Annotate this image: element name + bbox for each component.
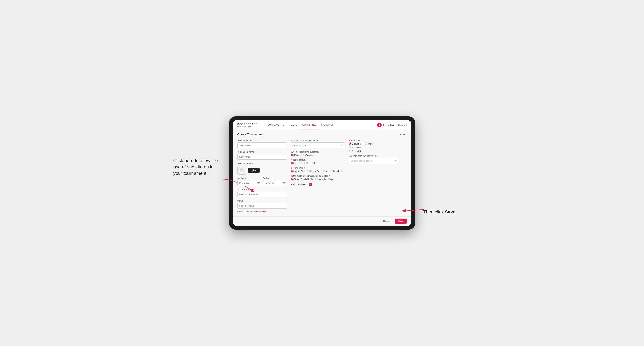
gender-mens-radio[interactable]	[291, 154, 294, 156]
rounds-3[interactable]: 3	[304, 162, 309, 164]
tablet-frame: SCOREBOARD Powered by clippd TOURNAMENTS…	[229, 116, 415, 230]
format-type-group: Format type 5 count 4 Other	[349, 139, 398, 152]
end-date-group: End date 📅	[263, 177, 287, 186]
image-icon	[240, 168, 244, 173]
scoring-api-select[interactable]: Select a scoring service	[349, 158, 398, 164]
format-6count4[interactable]: 6 count 4	[349, 146, 398, 149]
rounds-3-label: 3	[308, 162, 309, 164]
end-date-input[interactable]	[263, 180, 287, 186]
event-type-group: Is this event for Teams and/or Individua…	[291, 175, 345, 180]
page-content: Create Tournament ‹ Back Tournament Host…	[233, 130, 411, 216]
scoring-stroke-label: Stroke Play	[294, 170, 305, 173]
form-col-1: Tournament Host Tournament name Tourname…	[238, 139, 287, 212]
user-name: blair admin	[383, 124, 394, 126]
bottom-bar: Cancel Save	[233, 216, 411, 226]
scoring-api-label: Use third-party live scoring API?	[349, 155, 398, 157]
start-date-input[interactable]	[238, 180, 262, 186]
email-support-link[interactable]: email support	[256, 210, 268, 212]
allow-substitutes-checkbox[interactable]	[309, 183, 312, 186]
gender-mens-label: Mens	[294, 154, 300, 156]
gender-womens-radio[interactable]	[302, 154, 304, 156]
event-individuals-radio[interactable]	[315, 178, 318, 180]
event-teams[interactable]: Teams (+Individuals)	[291, 178, 314, 180]
venue-label: Venue	[238, 200, 287, 202]
gender-womens[interactable]: Womens	[302, 154, 313, 156]
back-button[interactable]: ‹ Back	[400, 133, 406, 136]
scoring-system-group: Scoring system Stroke Play Match Play	[291, 167, 345, 173]
save-button[interactable]: Save	[395, 219, 407, 223]
separator: |	[396, 124, 397, 126]
format-6count5-radio[interactable]	[349, 150, 352, 152]
tournament-name-input[interactable]	[238, 154, 287, 160]
format-6count5-label: 6 count 5	[352, 150, 361, 152]
division-label: Which division is the event for?	[291, 139, 345, 142]
format-other-label: Other	[368, 143, 373, 145]
form-col-3: Format type 5 count 4 Other	[349, 139, 398, 212]
tournament-name-group: Tournament name	[238, 151, 287, 160]
nav-bar: SCOREBOARD Powered by clippd TOURNAMENTS…	[233, 120, 411, 130]
venue-input[interactable]	[238, 203, 287, 209]
format-5count4[interactable]: 5 count 4	[349, 143, 361, 145]
scoring-match[interactable]: Match Play	[307, 170, 320, 173]
form-col-2: Which division is the event for? NCAA Di…	[291, 139, 345, 212]
logo-upload-area: Upload	[238, 166, 287, 175]
scoring-match-radio[interactable]	[307, 170, 310, 173]
format-other[interactable]: Other	[365, 143, 373, 145]
annotation-right: Then click Save.	[423, 209, 460, 215]
tournament-logo-label: Tournament logo	[238, 162, 287, 164]
svg-point-1	[241, 170, 241, 170]
format-other-radio[interactable]	[365, 143, 367, 145]
scoring-medal[interactable]: Medal Match Play	[322, 170, 342, 173]
rounds-1[interactable]: 1	[291, 162, 296, 164]
rounds-2[interactable]: 2	[298, 162, 302, 164]
arrow-right	[402, 204, 426, 215]
page-title: Create Tournament	[238, 133, 264, 136]
venue-group: Venue Can't find your venue? email suppo…	[238, 200, 287, 212]
scoring-radio-group: Stroke Play Match Play Medal Match Play	[291, 170, 345, 173]
scoring-medal-radio[interactable]	[322, 170, 325, 173]
rounds-4-label: 4	[314, 162, 315, 164]
scoring-stroke[interactable]: Stroke Play	[291, 170, 305, 173]
rounds-4-radio[interactable]	[310, 162, 313, 164]
end-date-wrap: 📅	[263, 180, 287, 186]
gender-label: Which gender is the event for?	[291, 151, 345, 153]
rounds-3-radio[interactable]	[304, 162, 306, 164]
format-type-label: Format type	[349, 139, 398, 142]
division-select[interactable]: NCAA Division I	[291, 143, 345, 148]
allow-substitutes-group: Allow substitutes?	[291, 183, 345, 186]
event-individuals[interactable]: Individuals Only	[315, 178, 333, 180]
page-header: Create Tournament ‹ Back	[238, 133, 407, 136]
rounds-4[interactable]: 4	[310, 162, 315, 164]
annotation-left: Click here to allow the use of substitut…	[174, 158, 223, 176]
cancel-button[interactable]: Cancel	[381, 219, 393, 223]
nav-link-tournaments[interactable]: TOURNAMENTS	[264, 120, 286, 130]
rounds-1-radio[interactable]	[291, 162, 294, 164]
format-6count4-radio[interactable]	[349, 146, 352, 149]
nav-link-committee[interactable]: COMMITTEE	[300, 120, 318, 130]
rounds-1-label: 1	[294, 162, 296, 164]
division-group: Which division is the event for? NCAA Di…	[291, 139, 345, 148]
allow-substitutes-label: Allow substitutes?	[291, 183, 308, 185]
event-type-label: Is this event for Teams and/or Individua…	[291, 175, 345, 177]
start-date-wrap: 📅	[238, 180, 262, 186]
nav-link-teams[interactable]: TEAMS	[287, 120, 299, 130]
upload-button[interactable]: Upload	[248, 168, 260, 173]
scoring-system-label: Scoring system	[291, 167, 345, 169]
rounds-2-radio[interactable]	[298, 162, 300, 164]
format-6count5[interactable]: 6 count 5	[349, 150, 398, 152]
scoring-stroke-radio[interactable]	[291, 170, 294, 173]
tournament-host-label: Tournament Host	[238, 139, 287, 142]
allow-substitutes-wrap: Allow substitutes?	[291, 183, 345, 186]
nav-link-rankings[interactable]: RANKINGS	[320, 120, 336, 130]
event-teams-label: Teams (+Individuals)	[294, 178, 314, 180]
format-5count4-radio[interactable]	[349, 143, 352, 145]
scoring-medal-label: Medal Match Play	[326, 170, 342, 173]
tournament-logo-group: Tournament logo Upload	[238, 162, 287, 175]
sign-out-link[interactable]: Sign out	[398, 124, 406, 126]
form-grid: Tournament Host Tournament name Tourname…	[238, 139, 407, 212]
tournament-host-input[interactable]	[238, 143, 287, 148]
rounds-2-label: 2	[301, 162, 302, 164]
gender-mens[interactable]: Mens	[291, 154, 300, 156]
event-teams-radio[interactable]	[291, 178, 294, 180]
event-type-radio-group: Teams (+Individuals) Individuals Only	[291, 178, 345, 180]
